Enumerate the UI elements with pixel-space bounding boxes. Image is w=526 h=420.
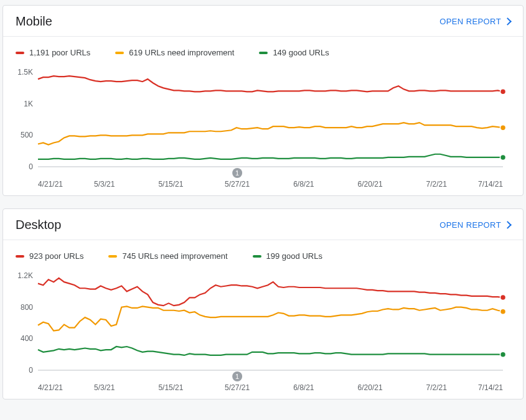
svg-text:5/27/21: 5/27/21 xyxy=(225,180,250,189)
svg-text:5/27/21: 5/27/21 xyxy=(225,383,250,392)
mobile-chart: 05001K1.5K14/21/215/3/215/15/215/27/216/… xyxy=(16,68,510,193)
legend-label-good: 199 good URLs xyxy=(266,251,322,261)
legend-item-good: 149 good URLs xyxy=(259,48,329,57)
open-report-link[interactable]: OPEN REPORT xyxy=(439,17,510,26)
mobile-card: Mobile OPEN REPORT 1,191 poor URLs 619 U… xyxy=(2,5,524,196)
open-report-label: OPEN REPORT xyxy=(439,17,501,26)
card-title: Mobile xyxy=(16,14,52,29)
svg-text:7/14/21: 7/14/21 xyxy=(478,383,503,392)
legend: 1,191 poor URLs 619 URLs need improvemen… xyxy=(3,37,523,63)
svg-text:500: 500 xyxy=(21,131,33,139)
open-report-link[interactable]: OPEN REPORT xyxy=(439,220,510,230)
swatch-poor-icon xyxy=(16,52,24,54)
svg-text:1.5K: 1.5K xyxy=(17,68,33,77)
svg-text:0: 0 xyxy=(29,162,33,171)
legend-item-need: 745 URLs need improvement xyxy=(108,251,227,261)
open-report-label: OPEN REPORT xyxy=(439,220,501,230)
chart-area: 05001K1.5K14/21/215/3/215/15/215/27/216/… xyxy=(3,63,523,195)
card-header: Mobile OPEN REPORT xyxy=(3,6,523,36)
desktop-card: Desktop OPEN REPORT 923 poor URLs 745 UR… xyxy=(2,208,524,399)
svg-text:5/15/21: 5/15/21 xyxy=(158,383,183,392)
legend-label-poor: 923 poor URLs xyxy=(29,251,83,261)
svg-text:4/21/21: 4/21/21 xyxy=(38,383,63,392)
svg-text:6/8/21: 6/8/21 xyxy=(293,383,314,392)
swatch-good-icon xyxy=(259,52,268,54)
svg-text:7/14/21: 7/14/21 xyxy=(478,180,503,189)
svg-text:400: 400 xyxy=(21,334,33,343)
svg-text:6/20/21: 6/20/21 xyxy=(358,180,383,189)
legend-label-need: 745 URLs need improvement xyxy=(122,251,227,261)
card-title: Desktop xyxy=(16,218,61,232)
svg-text:1.2K: 1.2K xyxy=(17,272,33,280)
chevron-right-icon xyxy=(504,221,512,229)
legend-label-need: 619 URLs need improvement xyxy=(129,48,234,57)
svg-text:5/15/21: 5/15/21 xyxy=(158,180,183,189)
svg-point-25 xyxy=(500,352,506,357)
swatch-need-icon xyxy=(115,52,124,54)
svg-text:6/20/21: 6/20/21 xyxy=(358,383,383,392)
svg-text:7/2/21: 7/2/21 xyxy=(426,383,448,392)
svg-text:7/2/21: 7/2/21 xyxy=(426,180,448,189)
desktop-chart: 04008001.2K14/21/215/3/215/15/215/27/216… xyxy=(16,272,510,396)
svg-text:5/3/21: 5/3/21 xyxy=(94,180,115,189)
svg-point-7 xyxy=(500,154,506,160)
svg-text:6/8/21: 6/8/21 xyxy=(293,180,314,189)
svg-text:4/21/21: 4/21/21 xyxy=(38,180,63,189)
svg-point-23 xyxy=(500,295,506,301)
legend-item-good: 199 good URLs xyxy=(253,251,322,261)
legend-label-poor: 1,191 poor URLs xyxy=(29,48,90,57)
svg-text:800: 800 xyxy=(21,303,33,312)
swatch-need-icon xyxy=(108,255,117,258)
legend: 923 poor URLs 745 URLs need improvement … xyxy=(3,240,523,267)
chevron-right-icon xyxy=(504,17,512,26)
legend-item-poor: 1,191 poor URLs xyxy=(16,48,90,57)
svg-text:0: 0 xyxy=(29,366,33,375)
svg-text:5/3/21: 5/3/21 xyxy=(94,383,115,392)
swatch-good-icon xyxy=(253,255,261,258)
card-header: Desktop OPEN REPORT xyxy=(3,209,523,240)
svg-point-6 xyxy=(500,125,506,131)
svg-text:1K: 1K xyxy=(24,100,33,108)
legend-label-good: 149 good URLs xyxy=(273,48,329,57)
svg-point-24 xyxy=(500,309,506,314)
legend-item-need: 619 URLs need improvement xyxy=(115,48,234,57)
chart-area: 04008001.2K14/21/215/3/215/15/215/27/216… xyxy=(3,267,523,399)
svg-point-5 xyxy=(500,89,506,95)
swatch-poor-icon xyxy=(16,255,24,258)
svg-text:1: 1 xyxy=(235,169,239,177)
legend-item-poor: 923 poor URLs xyxy=(16,251,83,261)
svg-text:1: 1 xyxy=(235,373,239,380)
